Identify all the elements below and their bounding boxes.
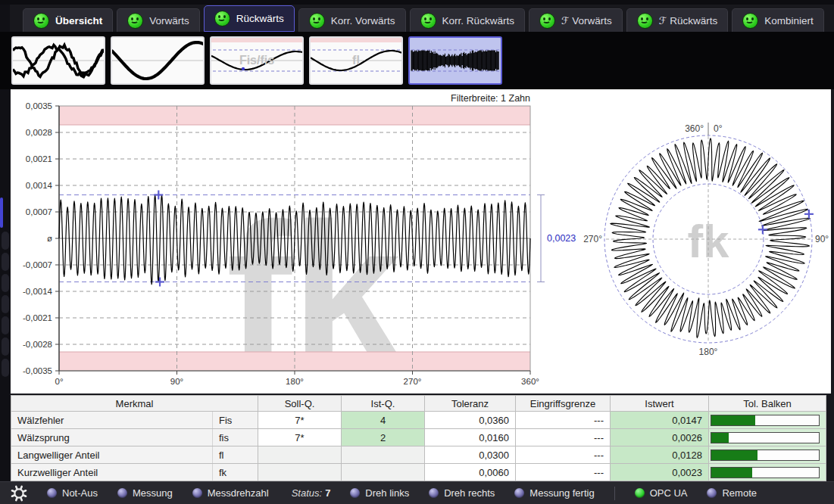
merkmal-cell: Wälzfehler: [11, 412, 213, 429]
tab-label: Übersicht: [55, 15, 102, 26]
svg-text:90°: 90°: [170, 377, 183, 386]
smiley-icon: [420, 13, 436, 29]
tab-kombiniert[interactable]: Kombiniert: [732, 8, 824, 32]
table-row-waelzfehler[interactable]: Wälzfehler Fis 7* 4 0,0360 --- 0,0147: [11, 412, 826, 429]
table-row-kurzwelliger-anteil[interactable]: Kurzwelliger Anteil fk 0,0060 --- 0,0023: [11, 464, 826, 481]
svg-text:0,0035: 0,0035: [26, 101, 52, 110]
svg-text:270°: 270°: [583, 234, 602, 244]
soll-q-cell: 7*: [258, 412, 342, 429]
svg-text:-0,0035: -0,0035: [23, 366, 52, 375]
tab-rueckwaerts[interactable]: Rückwärts: [204, 5, 295, 32]
col-ist-q: Ist-Q.: [342, 396, 425, 412]
col-soll-q: Soll-Q.: [258, 396, 342, 412]
table-row-waelzsprung[interactable]: Wälzsprung fis 7* 2 0,0160 --- 0,0026: [11, 429, 826, 446]
indicator-dreh-rechts: Dreh rechts: [429, 487, 495, 499]
tab-label: Vorwärts: [149, 15, 189, 26]
thumbnail-fis[interactable]: Fis/fis: [210, 36, 304, 85]
indicator-label: Not-Aus: [62, 487, 98, 499]
svg-text:0,0021: 0,0021: [26, 154, 52, 163]
tab-f-vorwaerts[interactable]: ℱ Vorwärts: [529, 8, 623, 32]
toleranz-cell: 0,0060: [425, 464, 516, 481]
symbol-cell: fk: [213, 464, 258, 481]
svg-text:270°: 270°: [404, 377, 422, 386]
indicator-messung-fertig: Messung fertig: [514, 487, 594, 499]
tab-label: Rückwärts: [236, 13, 284, 24]
thumbnail-fk-selected[interactable]: [408, 36, 502, 85]
toleranz-cell: 0,0360: [425, 412, 516, 429]
tol-balken-cell: [709, 429, 826, 446]
eingriffsgrenze-cell: ---: [516, 429, 611, 446]
ist-q-cell: 2: [342, 429, 425, 446]
eingriffsgrenze-cell: ---: [516, 446, 611, 464]
indicator-label: OPC UA: [650, 487, 688, 499]
tab-f-rueckwaerts[interactable]: ℱ Rückwärts: [626, 8, 728, 32]
indicator-label: Messung: [133, 487, 173, 499]
status-orb: [47, 488, 57, 498]
svg-text:-0,0028: -0,0028: [23, 340, 52, 349]
thumbnail-strip: Fis/fis fl: [0, 32, 834, 89]
eingriffsgrenze-cell: ---: [516, 464, 611, 481]
smiley-icon: [309, 13, 325, 29]
rail-slot[interactable]: [2, 359, 9, 377]
soll-q-cell: [258, 446, 342, 464]
ist-q-cell: 4: [342, 412, 425, 429]
thumbnail-fl[interactable]: fl: [309, 36, 403, 85]
tab-label: ℱ Vorwärts: [561, 14, 612, 26]
symbol-cell: fis: [213, 429, 258, 446]
table-row-langwelliger-anteil[interactable]: Langwelliger Anteil fl 0,0300 --- 0,0128: [11, 446, 826, 464]
smiley-icon: [33, 13, 49, 29]
tab-uebersicht[interactable]: Übersicht: [23, 8, 113, 32]
status-orb: [514, 488, 524, 498]
status-orb: [117, 488, 127, 498]
rail-slot[interactable]: [2, 253, 9, 271]
rail-slot[interactable]: [2, 316, 9, 334]
tolerance-bar-fill: [711, 433, 729, 443]
status-orb: [429, 488, 439, 498]
ist-q-cell: [342, 464, 425, 481]
svg-text:180°: 180°: [699, 347, 718, 357]
indicator-messdrehzahl: Messdrehzahl: [192, 487, 269, 499]
tab-korr-vorwaerts[interactable]: Korr. Vorwärts: [298, 8, 406, 32]
rail-slot[interactable]: [2, 295, 9, 313]
results-table: Merkmal Soll-Q. Ist-Q. Toleranz Eingriff…: [11, 395, 826, 481]
symbol-cell: Fis: [213, 412, 258, 429]
tol-balken-cell: [709, 446, 826, 464]
table-header-row: Merkmal Soll-Q. Ist-Q. Toleranz Eingriff…: [11, 396, 826, 412]
merkmal-cell: Kurzwelliger Anteil: [11, 464, 213, 481]
svg-text:0,0007: 0,0007: [26, 207, 52, 216]
tolerance-bar: [711, 432, 820, 443]
istwert-cell: 0,0023: [611, 464, 709, 481]
tab-korr-rueckwaerts[interactable]: Korr. Rückwärts: [410, 8, 525, 32]
smiley-icon: [214, 11, 230, 26]
indicator-label: Remote: [722, 487, 757, 499]
svg-text:180°: 180°: [286, 377, 304, 386]
col-tol-balken: Tol. Balken: [709, 396, 826, 412]
gear-icon[interactable]: [11, 485, 27, 502]
indicator-label: Dreh rechts: [444, 487, 495, 499]
tab-bar: Übersicht Vorwärts Rückwärts Korr. Vorwä…: [23, 5, 834, 32]
toleranz-cell: 0,0160: [425, 429, 516, 446]
tab-vorwaerts[interactable]: Vorwärts: [117, 8, 200, 32]
rail-slot[interactable]: [2, 274, 9, 292]
istwert-cell: 0,0026: [611, 429, 709, 446]
istwert-cell: 0,0147: [611, 412, 709, 429]
indicator-messung: Messung: [117, 487, 173, 499]
indicator-opc-ua: OPC UA: [635, 487, 688, 499]
app-window: Übersicht Vorwärts Rückwärts Korr. Vorwä…: [0, 0, 834, 504]
svg-text:360°: 360°: [685, 123, 704, 134]
thumbnail-overview[interactable]: [11, 36, 105, 85]
soll-q-cell: [258, 464, 342, 481]
col-eingriffsgrenze: Eingriffsgrenze: [516, 396, 611, 412]
smiley-icon: [742, 13, 758, 29]
indicator-label: Dreh links: [365, 487, 409, 499]
tolerance-bar: [711, 467, 820, 478]
rail-slot[interactable]: [2, 338, 9, 356]
tab-label: Korr. Rückwärts: [442, 15, 514, 26]
svg-text:-0,0021: -0,0021: [23, 313, 52, 322]
thumbnail-long-wave[interactable]: [111, 36, 205, 85]
smiley-icon: [127, 13, 143, 29]
tab-label: Korr. Vorwärts: [331, 15, 395, 26]
rail-slot[interactable]: [2, 232, 9, 250]
merkmal-cell: Wälzsprung: [11, 429, 213, 446]
svg-text:ø: ø: [47, 234, 52, 243]
